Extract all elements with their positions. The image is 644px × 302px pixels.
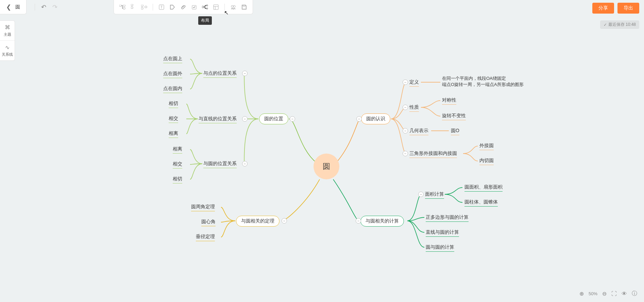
leaf[interactable]: 圆周角定理 — [191, 204, 215, 211]
undo-icon[interactable]: ↶ — [41, 3, 46, 11]
definition-desc[interactable]: 在同一个平面内，线段OA绕固定端点O旋转一周，另一端点A所形成的图形 — [442, 75, 524, 88]
zoom-out-icon[interactable]: ⊖ — [602, 290, 607, 297]
back-icon[interactable]: ❮ — [6, 3, 11, 11]
leaf[interactable]: 相交 — [169, 116, 178, 123]
leaf[interactable]: 圆与圆的计算 — [426, 244, 454, 252]
divider — [35, 4, 35, 11]
history-bar: ↶ ↷ — [35, 3, 57, 11]
leaf[interactable]: 外接圆 — [479, 143, 494, 150]
leaf[interactable]: 垂径定理 — [196, 234, 215, 241]
leaf[interactable]: 圆面积、扇形面积 — [464, 184, 503, 192]
mindmap-canvas[interactable]: 圆 圆的位置 − 与点的位置关系 − 点在圆上 点在圆外 点在圆内 与直线的位置… — [0, 0, 644, 302]
leaf[interactable]: 正多边形与圆的计算 — [426, 214, 469, 222]
leaf[interactable]: 圆O — [451, 128, 459, 135]
breadcrumb: ❮ 圆 — [0, 0, 27, 14]
node-point-relation[interactable]: 与点的位置关系 — [203, 70, 237, 78]
center-node[interactable]: 圆 — [313, 154, 339, 179]
collapse-btn[interactable]: − — [290, 116, 295, 122]
collapse-btn[interactable]: − — [403, 79, 408, 85]
page-title: 圆 — [15, 4, 20, 10]
collapse-btn[interactable]: − — [403, 128, 408, 134]
leaf[interactable]: 点在圆外 — [163, 71, 182, 78]
node-property[interactable]: 性质 — [409, 104, 419, 112]
node-geo[interactable]: 几何表示 — [409, 128, 428, 135]
fullscreen-icon[interactable]: ⛶ — [611, 291, 617, 297]
collapse-btn[interactable]: − — [403, 151, 408, 156]
collapse-btn[interactable]: − — [403, 105, 408, 110]
node-calc[interactable]: 与圆相关的计算 — [360, 216, 404, 227]
node-triangle[interactable]: 三角形外接圆和内接圆 — [409, 150, 457, 158]
collapse-btn[interactable]: − — [356, 116, 362, 122]
zoom-in-icon[interactable]: ⊕ — [579, 290, 584, 297]
collapse-btn[interactable]: − — [356, 218, 361, 224]
collapse-btn[interactable]: − — [242, 161, 248, 166]
leaf[interactable]: 旋转不变性 — [442, 113, 466, 120]
help-icon[interactable]: ⓘ — [632, 290, 637, 297]
leaf[interactable]: 内切圆 — [479, 158, 494, 165]
node-area[interactable]: 面积计算 — [425, 191, 444, 199]
redo-icon[interactable]: ↷ — [52, 3, 57, 11]
leaf[interactable]: 点在圆内 — [163, 86, 182, 93]
leaf[interactable]: 对称性 — [442, 97, 456, 105]
node-position[interactable]: 圆的位置 — [259, 113, 288, 124]
collapse-btn[interactable]: − — [242, 71, 248, 76]
node-theorem[interactable]: 与圆相关的定理 — [236, 216, 279, 227]
collapse-btn[interactable]: − — [282, 218, 287, 224]
leaf[interactable]: 相离 — [169, 130, 178, 138]
collapse-btn[interactable]: − — [418, 192, 424, 197]
leaf[interactable]: 相交 — [173, 161, 182, 168]
zoom-value: 50% — [589, 291, 597, 296]
leaf[interactable]: 圆柱体、圆锥体 — [464, 199, 498, 207]
leaf[interactable]: 相切 — [173, 176, 182, 183]
leaf[interactable]: 圆心角 — [201, 219, 216, 226]
leaf[interactable]: 点在圆上 — [163, 56, 182, 63]
leaf[interactable]: 相离 — [173, 146, 182, 154]
connections — [0, 0, 644, 302]
node-line-relation[interactable]: 与直线的位置关系 — [199, 116, 237, 123]
node-knowledge[interactable]: 圆的认识 — [361, 113, 390, 124]
node-definition[interactable]: 定义 — [409, 79, 419, 87]
leaf[interactable]: 相切 — [169, 101, 178, 108]
node-circle-relation[interactable]: 与圆的位置关系 — [203, 161, 237, 168]
collapse-btn[interactable]: − — [242, 116, 248, 122]
preview-icon[interactable]: 👁 — [622, 291, 627, 297]
leaf[interactable]: 直线与圆的计算 — [426, 229, 459, 237]
bottom-controls: ⊕ 50% ⊖ ⛶ 👁 ⓘ — [579, 290, 637, 297]
